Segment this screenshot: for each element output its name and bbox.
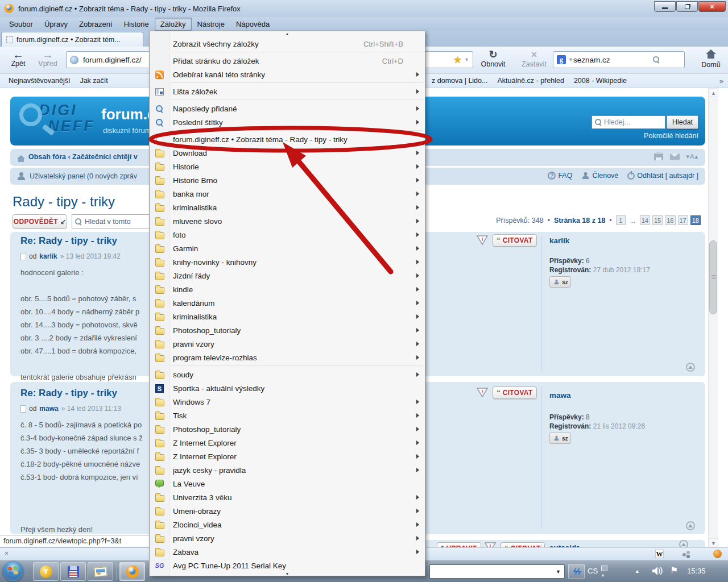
bookmarks-menu-item[interactable]: Poslední štítky: [150, 115, 425, 129]
back-button[interactable]: ← Zpět: [7, 49, 30, 68]
taskbar-address-combo[interactable]: ▼: [429, 564, 565, 579]
bookmarks-menu-item[interactable]: Sportka - aktuální výsledky: [150, 381, 425, 395]
menu-scroll-up-icon[interactable]: ▲: [150, 31, 425, 37]
bookmarks-menu-item[interactable]: Jizdní řády: [150, 269, 425, 282]
quicklaunch-save-app-button[interactable]: [60, 562, 86, 581]
stop-button[interactable]: × Zastavit: [516, 49, 552, 68]
bookmarks-menu-item[interactable]: Zlocinci_videa: [150, 518, 425, 531]
page-scrollbar[interactable]: ▲ ▼: [708, 88, 718, 547]
bookmarks-menu-item[interactable]: soudy: [150, 368, 425, 381]
menubar-item[interactable]: Soubor: [3, 18, 39, 31]
forward-button[interactable]: → Vpřed: [35, 49, 60, 68]
bookmarks-menu-item[interactable]: pravni vzory: [150, 531, 425, 545]
bookmarks-menu-item[interactable]: Download: [150, 146, 425, 160]
print-view-icon[interactable]: [654, 153, 663, 160]
start-button[interactable]: [3, 561, 23, 581]
post-author-link[interactable]: karlík: [39, 252, 57, 260]
email-topic-icon[interactable]: [670, 153, 680, 160]
forum-search-button[interactable]: Hledat: [667, 115, 698, 129]
report-post-icon[interactable]: !: [485, 542, 496, 547]
quote-button[interactable]: “ CITOVAT: [493, 386, 537, 399]
bookmark-star-icon[interactable]: ★: [453, 54, 462, 66]
scroll-top-button[interactable]: [686, 363, 695, 372]
bookmarks-menu-item[interactable]: kriminalistika: [150, 310, 425, 323]
page-number-button[interactable]: 16: [665, 215, 675, 225]
bookmarks-menu-item[interactable]: Přidat stránku do záložek Ctrl+D: [150, 54, 425, 68]
menubar-item[interactable]: Historie: [118, 18, 155, 31]
profile-username[interactable]: mawa: [549, 391, 571, 400]
menubar-item[interactable]: Zobrazení: [73, 18, 118, 31]
bookmarks-menu-item[interactable]: mluvené slovo: [150, 214, 425, 228]
volume-icon[interactable]: [652, 566, 663, 578]
private-message-button[interactable]: sz: [549, 276, 571, 288]
bookmarks-menu-item[interactable]: Odebírat kanál této stránky: [150, 68, 425, 81]
web-search-input[interactable]: [573, 56, 653, 64]
bookmarks-menu-item[interactable]: Z Internet Explorer: [150, 450, 425, 463]
user-panel-link[interactable]: Uživatelský panel (0 nových zpráv: [30, 172, 137, 180]
close-button[interactable]: ×: [698, 1, 726, 12]
edit-button[interactable]: * UPRAVIT: [437, 542, 481, 547]
bookmarks-menu-item[interactable]: program televize-rozhlas: [150, 351, 425, 364]
scroll-top-button[interactable]: [679, 540, 688, 547]
post-title[interactable]: Re: Rady - tipy - triky: [20, 388, 117, 399]
close-addon-bar-icon[interactable]: ×: [5, 550, 9, 558]
bookmarks-menu-item[interactable]: Zabava: [150, 545, 425, 559]
bookmarks-toolbar-item[interactable]: 2008 - Wikipedie: [568, 77, 630, 85]
bookmarks-menu-item[interactable]: kriminalistika: [150, 201, 425, 214]
page-number-button[interactable]: 17: [678, 215, 688, 225]
page-number-button[interactable]: 1: [616, 215, 626, 225]
menu-scroll-down-icon[interactable]: ▼: [150, 572, 425, 577]
bookmarks-menu-item[interactable]: jazyk cesky - pravidla: [150, 463, 425, 477]
bookmarks-menu-item[interactable]: kalendárium: [150, 296, 425, 310]
sync-bolts-button[interactable]: ϟϟ: [568, 564, 585, 579]
bookmarks-menu-item[interactable]: kindle: [150, 282, 425, 296]
minimize-button[interactable]: [654, 1, 676, 12]
url-dropdown-icon[interactable]: ▼: [464, 57, 469, 63]
bookmarks-menu-item[interactable]: Univerzita 3 věku: [150, 490, 425, 504]
report-post-icon[interactable]: !: [477, 388, 488, 398]
reply-button[interactable]: ODPOVĚDĚT ↙: [13, 214, 67, 228]
advanced-search-link[interactable]: Pokročilé hledání: [644, 132, 698, 140]
search-icon[interactable]: [653, 56, 660, 63]
bookmarks-menu-item[interactable]: Tisk: [150, 409, 425, 422]
quicklaunch-yellow-app-button[interactable]: Y: [33, 562, 59, 581]
profile-username[interactable]: karlík: [549, 236, 569, 245]
taskbar-firefox-button[interactable]: [119, 562, 145, 581]
addon-molecule-icon[interactable]: [682, 551, 690, 558]
bookmarks-menu-item[interactable]: La Veuve: [150, 477, 425, 490]
bookmarks-menu-item[interactable]: Lišta záložek: [150, 85, 425, 98]
menubar-item[interactable]: Úpravy: [39, 18, 73, 31]
topic-search-input[interactable]: [85, 218, 147, 226]
digineff-logo[interactable]: DIGI NEFF: [23, 102, 108, 140]
toolbar-overflow-icon[interactable]: »: [719, 77, 723, 85]
bookmarks-menu-item[interactable]: Garmin: [150, 242, 425, 255]
topic-title[interactable]: Rady - tipy - triky: [13, 194, 115, 210]
topic-search-box[interactable]: [72, 214, 151, 228]
page-number-button[interactable]: 14: [640, 215, 650, 225]
scrollbar-thumb[interactable]: [709, 240, 717, 314]
bookmarks-menu-item[interactable]: Photoshop_tutorialy: [150, 323, 425, 337]
post-title[interactable]: Re: Rady - tipy - triky: [20, 235, 117, 247]
scroll-up-icon[interactable]: ▲: [709, 88, 718, 97]
tray-expand-icon[interactable]: ▲: [635, 568, 640, 574]
bookmarks-menu-item[interactable]: Naposledy přidané: [150, 102, 425, 115]
private-message-button[interactable]: sz: [549, 433, 571, 444]
search-engine-dropdown-icon[interactable]: ▼: [568, 57, 573, 63]
breadcrumb-home-icon[interactable]: [17, 155, 25, 162]
report-post-icon[interactable]: !: [477, 235, 488, 246]
quicklaunch-image-app-button[interactable]: [88, 562, 113, 581]
language-indicator[interactable]: CS: [588, 567, 598, 575]
scroll-top-button[interactable]: [686, 521, 695, 530]
bookmarks-menu-item[interactable]: Umeni-obrazy: [150, 504, 425, 518]
restore-button[interactable]: [676, 1, 698, 12]
font-size-widget[interactable]: ▾A▴: [686, 153, 698, 160]
bookmarks-menu-item[interactable]: Windows 7: [150, 395, 425, 409]
addon-orange-icon[interactable]: [713, 550, 722, 558]
breadcrumb[interactable]: Obsah fóra ‹ Začátečníci chtějí v: [28, 153, 138, 161]
bookmarks-toolbar-item[interactable]: Nejnavštěvovanější: [2, 77, 73, 85]
bookmarks-menu-item[interactable]: foto: [150, 228, 425, 242]
menubar-item[interactable]: Záložky: [155, 18, 192, 31]
members-link[interactable]: Členové: [581, 172, 618, 180]
page-number-button[interactable]: 18: [690, 215, 701, 225]
web-search-box[interactable]: g ▼: [553, 51, 685, 68]
